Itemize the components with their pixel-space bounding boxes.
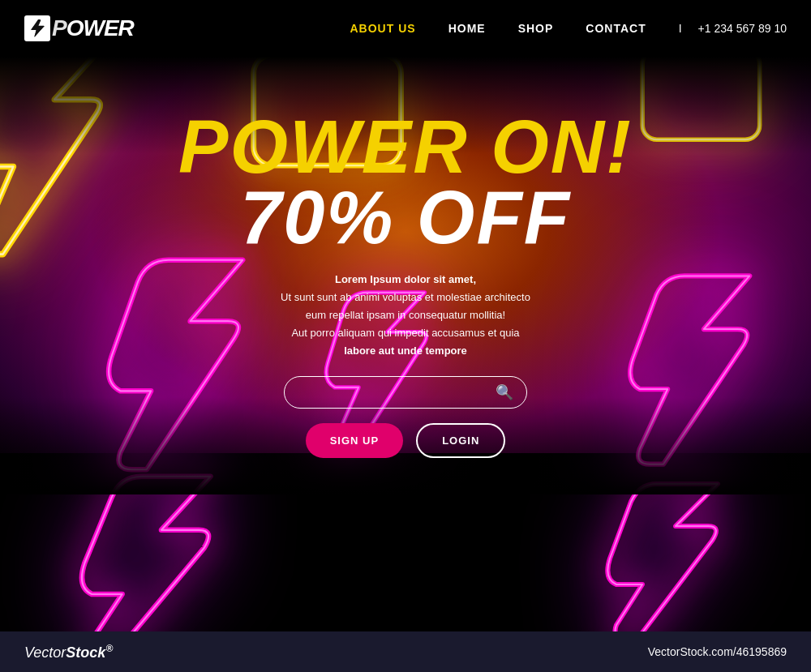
login-button[interactable]: LOGIN <box>416 423 505 458</box>
footer-url: VectorStock.com/46195869 <box>648 645 787 658</box>
nav-item-shop[interactable]: SHOP <box>518 21 554 36</box>
logo-text: POWER <box>52 15 134 41</box>
hero-section: POWER ON! 70% OFF Lorem Ipsum dolor sit … <box>0 57 811 494</box>
hero-subheadline: 70% OFF <box>240 180 571 255</box>
bottom-bolt-right <box>592 477 770 631</box>
nav-phone: +1 234 567 89 10 <box>698 22 787 35</box>
hero-description: Lorem Ipsum dolor sit amet, Ut sunt sunt… <box>281 271 530 360</box>
navbar: POWER ABOUT US HOME SHOP CONTACT I +1 23… <box>0 0 811 57</box>
nav-divider: I <box>679 22 682 35</box>
search-input[interactable] <box>298 386 496 399</box>
search-bar[interactable]: 🔍 <box>284 376 527 409</box>
footer-logo: VectorStock® <box>24 643 113 661</box>
search-icon[interactable]: 🔍 <box>496 383 513 401</box>
nav-item-about[interactable]: ABOUT US <box>350 21 416 36</box>
signup-button[interactable]: SIGN UP <box>306 423 403 458</box>
cta-buttons: SIGN UP LOGIN <box>306 423 506 458</box>
nav-item-home[interactable]: HOME <box>448 21 486 36</box>
nav-links: ABOUT US HOME SHOP CONTACT <box>350 21 646 36</box>
footer: VectorStock® VectorStock.com/46195869 <box>0 631 811 672</box>
hero-content: POWER ON! 70% OFF Lorem Ipsum dolor sit … <box>0 57 811 494</box>
logo-icon <box>24 15 50 41</box>
hero-headline: POWER ON! <box>178 109 633 184</box>
nav-item-contact[interactable]: CONTACT <box>586 21 646 36</box>
logo: POWER <box>24 15 134 41</box>
